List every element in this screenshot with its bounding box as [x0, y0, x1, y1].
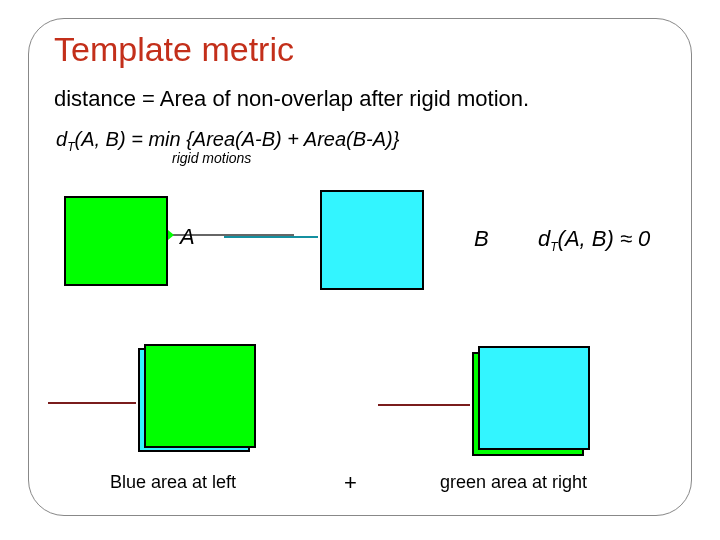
dt-sub: T: [550, 240, 557, 254]
caption-green-right: green area at right: [440, 472, 587, 493]
caption-plus: +: [344, 470, 357, 496]
overlay-right-blue: [478, 346, 590, 450]
distance-result: dT(A, B) ≈ 0: [538, 226, 650, 254]
overlay-right-tail: [378, 404, 470, 406]
overlay-left-tail: [48, 402, 136, 404]
dt-value: (A, B) ≈ 0: [558, 226, 651, 251]
label-b: B: [474, 226, 489, 252]
shape-a-square: [64, 196, 168, 286]
label-a: A: [180, 224, 195, 250]
formula-body: (A, B) = min {Area(A-B) + Area(B-A)}: [74, 128, 399, 150]
slide-title: Template metric: [54, 30, 294, 69]
caption-blue-left: Blue area at left: [110, 472, 236, 493]
overlay-left-green: [144, 344, 256, 448]
slide: Template metric distance = Area of non-o…: [0, 0, 720, 540]
formula-d: d: [56, 128, 67, 150]
formula-subscript: rigid motions: [172, 150, 251, 166]
shape-b-square: [320, 190, 424, 290]
dt-prefix: d: [538, 226, 550, 251]
shape-b-tail: [224, 236, 318, 238]
slide-subtitle: distance = Area of non-overlap after rig…: [54, 86, 529, 112]
